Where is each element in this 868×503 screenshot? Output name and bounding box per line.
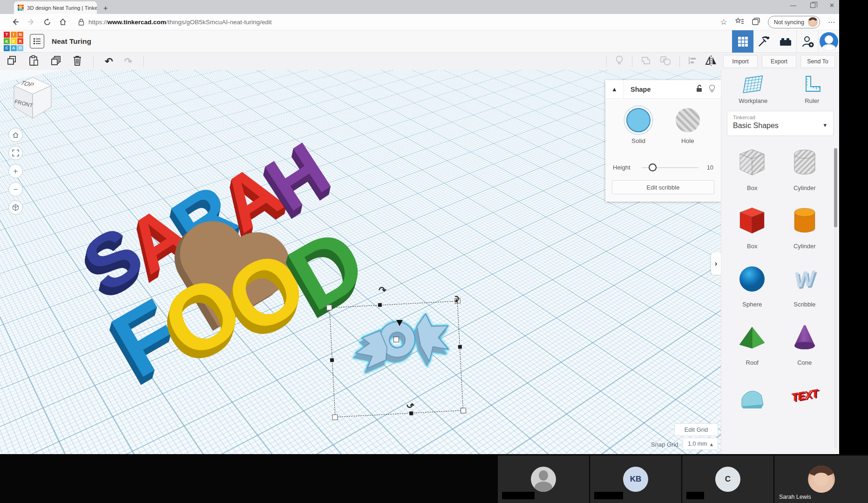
height-handle-cone[interactable] [396,320,403,326]
zoom-out-button[interactable]: − [8,182,23,197]
scale-handle-left[interactable] [330,358,334,362]
hole-option[interactable]: Hole [676,108,700,144]
scribble-shape-body[interactable] [345,301,464,390]
logo-tile-A: A [11,45,17,51]
design-title[interactable]: Neat Turing [52,37,91,46]
logo-tile-T [18,5,20,7]
group-icon[interactable] [640,55,651,68]
logo-tile-R [22,7,24,9]
add-collaborator-icon[interactable] [797,30,818,53]
shape-item-roof[interactable]: Roof [726,318,779,366]
3d-design-mode-button[interactable] [732,30,753,53]
unlock-icon[interactable] [696,84,703,94]
shape-item-cone[interactable]: Cone [779,318,831,366]
shape-item-sphere[interactable]: Sphere [726,260,779,308]
new-tab-button[interactable]: + [103,5,108,12]
account-avatar[interactable] [820,32,838,51]
participant-tile-kb[interactable]: KB [590,455,681,503]
shape-item-cylinder[interactable]: Cylinder [779,143,831,191]
logo-tile-E [20,7,22,9]
selected-scribble-shape[interactable]: ↷ ↷ ↶ [324,282,477,426]
sync-status-label: Not syncing [774,19,804,26]
paste-icon[interactable] [28,55,39,68]
home-view-button[interactable] [8,128,23,142]
scale-handle-bottom[interactable] [409,411,413,415]
scale-handle-bottom-right[interactable] [461,408,467,414]
home-button[interactable] [55,18,71,26]
height-slider[interactable] [642,167,698,168]
logo-tile-N [22,5,24,7]
shape-item-text-red[interactable]: TEXT [779,376,831,424]
tinker-mode-icon[interactable] [753,30,775,53]
import-button[interactable]: Import [723,55,758,68]
collections-icon[interactable] [752,18,760,27]
shape-item-scribble[interactable]: WScribble [779,260,831,308]
address-bar[interactable]: https://www.tinkercad.com/things/gOB5kSm… [78,19,271,26]
restore-button[interactable] [810,3,815,8]
minimize-button[interactable]: — [790,2,796,9]
shape-item-label: Box [747,243,757,250]
shape-library-dropdown[interactable]: Tinkercad Basic Shapes ▾ [727,111,834,136]
brick-mode-icon[interactable] [775,30,796,53]
visibility-bulb-icon[interactable] [709,84,715,95]
snap-grid-select[interactable]: 1.0 mm▴ [683,438,718,450]
duplicate-icon[interactable] [50,55,61,68]
workplane-tool[interactable]: Workplane [739,75,767,104]
solid-swatch[interactable] [626,108,651,132]
mirror-icon[interactable] [705,55,717,68]
back-button[interactable] [7,18,23,26]
export-button[interactable]: Export [762,55,796,68]
sidebar-collapse-chevron[interactable]: › [711,252,721,275]
browser-navbar: https://www.tinkercad.com/things/gOB5kSm… [0,14,839,30]
view-cube[interactable]: TOP FRONT [9,75,56,123]
design-menu-button[interactable] [30,34,44,48]
solid-option[interactable]: Solid [626,108,651,144]
scale-handle-top-left[interactable] [326,305,332,311]
refresh-button[interactable] [39,18,55,26]
show-all-icon[interactable] [615,55,624,68]
scrollbar-thumb[interactable] [834,148,837,227]
logo-tile-T: T [4,32,10,38]
tab-title: 3D design Neat Turing | Tinkerca [27,5,97,11]
forward-button[interactable] [23,18,39,26]
hole-swatch[interactable] [676,108,700,132]
shape-item-roundroof-teal[interactable] [726,376,779,424]
participant-tile-sarah-lewis[interactable]: Sarah Lewis [774,455,868,503]
redo-icon[interactable]: ↷ [124,57,133,66]
participant-tile-user1[interactable] [498,455,589,503]
browser-tab[interactable]: 3D design Neat Turing | Tinkerca ✕ [14,1,97,14]
tinkercad-logo[interactable]: TINKERCAD [4,32,23,51]
favorites-bar-icon[interactable] [735,18,744,27]
fit-view-button[interactable] [8,146,23,160]
shape-item-box[interactable]: Box [726,202,779,250]
copy-icon[interactable] [7,55,17,68]
scale-handle-bottom-left[interactable] [332,415,338,421]
send-to-button[interactable]: Send To [800,55,835,68]
height-slider-knob[interactable] [649,163,657,171]
scale-handle-top[interactable] [378,303,382,306]
design-canvas[interactable]: SARAH FOOD [0,70,721,454]
panel-collapse-button[interactable]: ▲ [605,80,624,99]
shape-item-box[interactable]: Box [726,143,779,191]
close-window-button[interactable]: ✕ [829,2,834,9]
perspective-toggle-button[interactable] [8,200,23,215]
rotate-handle-top[interactable]: ↷ [379,285,387,296]
profile-sync-button[interactable]: Not syncing [768,16,820,28]
gallery-scrollbar[interactable] [834,148,837,449]
align-icon[interactable] [688,56,697,67]
zoom-in-button[interactable]: + [8,164,23,178]
ungroup-icon[interactable] [659,55,671,68]
delete-icon[interactable] [73,55,82,68]
cylinder-striped-icon [792,143,818,182]
shape-item-cylinder[interactable]: Cylinder [779,202,831,250]
rotate-handle-bottom[interactable]: ↶ [407,399,414,410]
participant-tile-c[interactable]: C [682,455,773,503]
undo-icon[interactable]: ↶ [105,57,113,66]
favorite-star-icon[interactable]: ☆ [720,17,727,27]
edit-grid-button[interactable]: Edit Grid [674,423,718,436]
rotate-handle-right[interactable]: ↷ [449,294,462,305]
height-handle[interactable] [393,337,399,342]
ruler-tool[interactable]: Ruler [802,75,822,104]
browser-menu-icon[interactable]: ⋯ [828,18,835,27]
edit-scribble-button[interactable]: Edit scribble [612,180,714,194]
